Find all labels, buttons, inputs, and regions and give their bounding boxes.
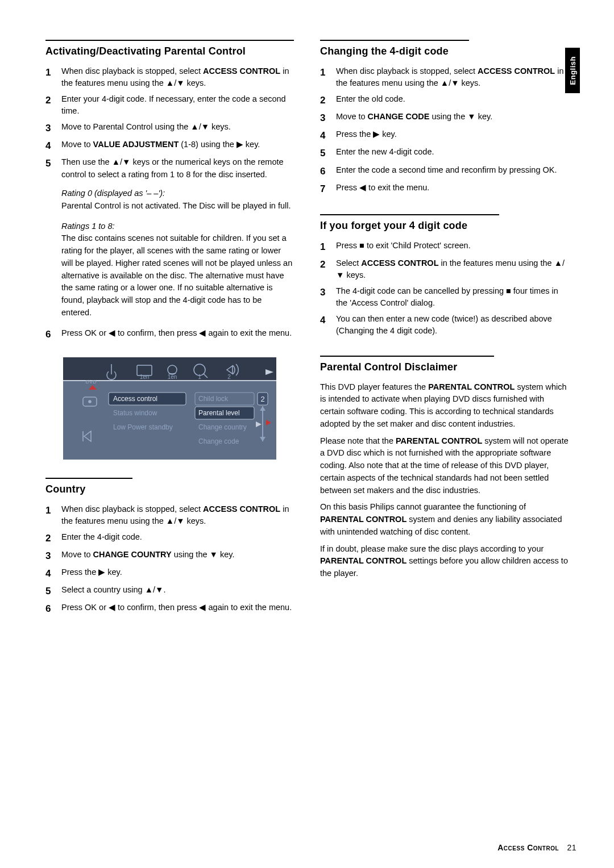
svg-text:1en: 1en	[168, 374, 177, 380]
heading-activating: Activating/Deactivating Parental Control	[45, 40, 294, 57]
step-number: 1	[320, 65, 328, 90]
step-number: 3	[45, 549, 53, 563]
step-number: 4	[45, 139, 53, 153]
step-body: You can then enter a new code (twice!) a…	[336, 313, 569, 337]
disclaimer-para: This DVD player features the PARENTAL CO…	[320, 381, 569, 431]
step-number: 7	[320, 182, 328, 196]
osd-menu-figure: DVD	[63, 357, 276, 460]
language-tab-label: English	[569, 56, 577, 85]
step-body: Enter the new 4-digit code.	[336, 146, 569, 160]
rating0-body: Parental Control is not activated. The D…	[61, 200, 294, 212]
step-number: 3	[320, 285, 328, 310]
disclaimer-para: Please note that the PARENTAL CONTROL sy…	[320, 435, 569, 497]
step-number: 6	[320, 164, 328, 178]
right-column: Changing the 4-digit code 1When disc pla…	[320, 40, 569, 623]
step-body: Press OK or ◀ to confirm, then press ◀ a…	[61, 327, 294, 341]
svg-text:Change country: Change country	[198, 423, 247, 431]
svg-text:1en: 1en	[140, 374, 150, 380]
step-body: Press the ▶ key.	[336, 128, 569, 143]
svg-text:Low Power standby: Low Power standby	[113, 423, 173, 431]
section-forgot-code: If you forget your 4 digit code 1Press ■…	[320, 214, 569, 337]
heading-forgot-code: If you forget your 4 digit code	[320, 214, 499, 232]
svg-text:Status window: Status window	[113, 409, 157, 417]
content-columns: Activating/Deactivating Parental Control…	[45, 40, 576, 623]
disclaimer-para: On this basis Philips cannot guarantee t…	[320, 501, 569, 538]
steps-country: 1When disc playback is stopped, select A…	[45, 503, 294, 616]
steps-activating-cont: 6Press OK or ◀ to confirm, then press ◀ …	[45, 327, 294, 341]
step-number: 4	[320, 128, 328, 143]
page-footer: Access Control 21	[497, 843, 576, 852]
disclaimer-para: If in doubt, please make sure the disc p…	[320, 543, 569, 580]
heading-disclaimer: Parental Control Disclaimer	[320, 356, 494, 373]
disclaimer-body: This DVD player features the PARENTAL CO…	[320, 381, 569, 580]
step-body: Move to VALUE ADJUSTMENT (1-8) using the…	[61, 139, 294, 153]
step-number: 3	[320, 111, 328, 125]
step-body: Select a country using ▲/▼.	[61, 584, 294, 598]
step-body: Move to CHANGE CODE using the ▼ key.	[336, 111, 569, 125]
step-body: Select ACCESS CONTROL in the features me…	[336, 257, 569, 282]
svg-text:Child lock: Child lock	[198, 395, 229, 403]
step-body: Move to Parental Control using the ▲/▼ k…	[61, 121, 294, 135]
step-number: 4	[45, 566, 53, 581]
step-number: 6	[45, 602, 53, 616]
step-number: 4	[320, 313, 328, 337]
rating-notes: Rating 0 (displayed as '– –'): Parental …	[45, 187, 294, 319]
dvd-logo-text: DVD	[85, 379, 97, 385]
section-disclaimer: Parental Control Disclaimer This DVD pla…	[320, 356, 569, 580]
section-country: Country 1When disc playback is stopped, …	[45, 478, 294, 616]
steps-forgot-code: 1Press ■ to exit 'Child Protect' screen.…	[320, 240, 569, 337]
heading-country: Country	[45, 478, 132, 495]
step-number: 3	[45, 121, 53, 135]
footer-title: Access Control	[497, 843, 559, 852]
steps-change-code: 1When disc playback is stopped, select A…	[320, 65, 569, 196]
step-number: 2	[320, 257, 328, 282]
left-column: Activating/Deactivating Parental Control…	[45, 40, 294, 623]
step-number: 5	[45, 584, 53, 598]
step-number: 1	[45, 65, 53, 90]
svg-text:2: 2	[227, 374, 231, 380]
svg-point-9	[89, 400, 91, 403]
step-number: 6	[45, 327, 53, 341]
step-number: 2	[320, 93, 328, 107]
step-body: Enter the 4-digit code.	[61, 531, 294, 545]
section-change-code: Changing the 4-digit code 1When disc pla…	[320, 40, 569, 196]
svg-text:Parental level: Parental level	[198, 409, 240, 417]
svg-text:Change code: Change code	[198, 437, 239, 445]
rating0-head: Rating 0 (displayed as '– –'):	[61, 187, 294, 200]
step-number: 1	[320, 240, 328, 254]
ratings18-head: Ratings 1 to 8:	[61, 220, 294, 233]
step-body: When disc playback is stopped, select AC…	[61, 65, 294, 90]
step-body: Enter the old code.	[336, 93, 569, 107]
step-body: When disc playback is stopped, select AC…	[61, 503, 294, 528]
step-body: Enter your 4-digit code. If necessary, e…	[61, 93, 294, 118]
manual-page: English Activating/Deactivating Parental…	[0, 0, 614, 868]
step-number: 5	[45, 156, 53, 181]
step-body: Press OK or ◀ to confirm, then press ◀ a…	[61, 602, 294, 616]
step-number: 2	[45, 93, 53, 118]
svg-text:1: 1	[198, 374, 201, 380]
step-body: Press ◀ to exit the menu.	[336, 182, 569, 196]
section-activating-parental: Activating/Deactivating Parental Control…	[45, 40, 294, 460]
step-number: 1	[45, 503, 53, 528]
step-number: 5	[320, 146, 328, 160]
step-number: 2	[45, 531, 53, 545]
svg-text:Access control: Access control	[113, 395, 157, 403]
ratings18-body: The disc contains scenes not suitable fo…	[61, 232, 294, 319]
heading-change-code: Changing the 4-digit code	[320, 40, 469, 57]
step-body: Enter the code a second time and reconfi…	[336, 164, 569, 178]
svg-text:2: 2	[260, 395, 264, 403]
language-tab: English	[565, 48, 580, 93]
step-body: Then use the ▲/▼ keys or the numerical k…	[61, 156, 294, 181]
step-body: The 4-digit code can be cancelled by pre…	[336, 285, 569, 310]
step-body: Press ■ to exit 'Child Protect' screen.	[336, 240, 569, 254]
footer-page-number: 21	[567, 843, 576, 852]
step-body: When disc playback is stopped, select AC…	[336, 65, 569, 90]
steps-activating: 1When disc playback is stopped, select A…	[45, 65, 294, 181]
step-body: Press the ▶ key.	[61, 566, 294, 581]
step-body: Move to CHANGE COUNTRY using the ▼ key.	[61, 549, 294, 563]
